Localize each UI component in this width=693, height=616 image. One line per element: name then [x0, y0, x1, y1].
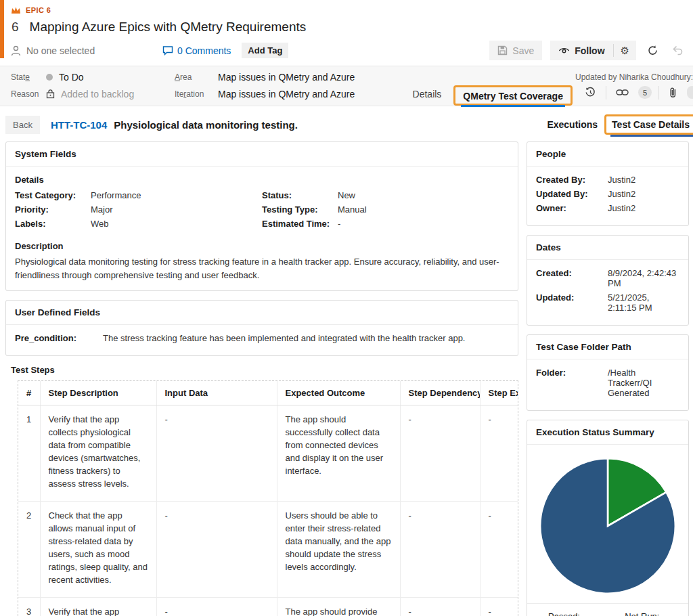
field-row: Priority:Major [15, 204, 262, 215]
test-steps-table-container: #Step DescriptionInput DataExpected Outc… [18, 380, 518, 616]
epic-color-bar [0, 0, 4, 58]
assignee-picker[interactable]: No one selected [11, 45, 153, 56]
test-step-row: 3Verify that the app processes and analy… [18, 598, 518, 616]
field-value: Justin2 [608, 175, 679, 185]
legend-label: Passed: 16.67% [548, 611, 601, 616]
comments-label: 0 Comments [177, 45, 231, 56]
field-label: Created: [536, 268, 608, 288]
column-header: # [18, 381, 40, 405]
back-button[interactable]: Back [5, 116, 40, 134]
undo-button[interactable] [669, 44, 686, 57]
udf-header: User Defined Fields [6, 301, 518, 325]
links-icon[interactable] [613, 87, 631, 97]
field-row: Updated By:Justin2 [536, 189, 679, 199]
user-defined-fields-panel: User Defined Fields Pre_condition: The s… [5, 300, 518, 356]
field-label: Updated: [536, 292, 608, 313]
gear-icon: ⚙ [621, 45, 629, 57]
refresh-button[interactable] [644, 43, 661, 58]
field-row: Owner:Justin2 [536, 203, 679, 213]
tab-details[interactable]: Details [403, 83, 451, 106]
field-value: Web [91, 219, 109, 229]
attachments-count-badge [687, 86, 693, 99]
field-row: Testing Type:Manual [262, 204, 509, 215]
comments-link[interactable]: 0 Comments [162, 45, 231, 56]
test-step-cell: The app should provide real-time stress … [277, 598, 400, 616]
execution-status-header: Execution Status Summary [527, 420, 688, 445]
field-row: Updated:5/21/2025, 2:11:15 PM [536, 292, 679, 313]
follow-label: Follow [575, 45, 604, 56]
field-value: Justin2 [608, 189, 679, 199]
pie-legend: Passed: 16.67%Not Run: 83.33% [527, 603, 688, 616]
column-header: Step Dependency [400, 381, 480, 405]
execution-pie [537, 456, 678, 596]
icon-divider [606, 86, 606, 100]
test-step-cell: - [400, 502, 480, 598]
test-step-cell: 1 [18, 405, 40, 502]
legend-label: Not Run: 83.33% [625, 611, 680, 616]
links-count-badge: 5 [638, 86, 652, 99]
field-value: Performance [91, 190, 141, 200]
icon-divider [658, 86, 659, 100]
field-value: 5/21/2025, 2:11:15 PM [608, 292, 679, 313]
save-button[interactable]: Save [489, 41, 542, 60]
iteration-value[interactable]: Map issues in QMetry and Azure [218, 89, 355, 100]
test-case-key[interactable]: HTT-TC-104 [51, 119, 107, 131]
tab-executions[interactable]: Executions [540, 116, 604, 133]
tab-test-case-details[interactable]: Test Case Details [612, 119, 690, 130]
field-label: Updated By: [536, 189, 608, 199]
column-header: Input Data [156, 381, 277, 405]
area-value[interactable]: Map issues in QMetry and Azure [218, 72, 355, 83]
field-label: Labels: [15, 219, 91, 229]
history-icon[interactable] [582, 85, 599, 100]
test-case-title: Physiological data monitoring testing. [114, 119, 298, 131]
folder-path-header: Test Case Folder Path [527, 335, 688, 359]
test-steps-table: #Step DescriptionInput DataExpected Outc… [18, 381, 518, 616]
attachments-icon[interactable] [666, 85, 680, 100]
field-label: Estimated Time: [262, 219, 338, 229]
qmetry-tab-annotation-box: QMetry Test Coverage [453, 85, 573, 106]
test-step-cell: - [480, 405, 518, 502]
tab-qmetry-test-coverage[interactable]: QMetry Test Coverage [461, 91, 565, 107]
test-step-row: 1Verify that the app collects physiologi… [18, 405, 518, 502]
save-label: Save [512, 45, 534, 56]
follow-settings-button[interactable]: ⚙ [614, 41, 636, 60]
field-value: The stress tracking feature has been imp… [103, 333, 465, 343]
description-subheader: Description [15, 241, 509, 251]
assignee-label: No one selected [26, 45, 95, 56]
meta-band: State To Do Area Map issues in QMetry an… [0, 66, 693, 106]
test-step-row: 2Check that the app allows manual input … [18, 502, 518, 598]
test-step-cell: - [156, 598, 277, 616]
test-case-header: Back HTT-TC-104 Physiological data monit… [0, 106, 693, 141]
test-step-cell: Verify that the app collects physiologic… [40, 405, 156, 502]
add-tag-button[interactable]: Add Tag [242, 43, 288, 58]
state-value[interactable]: To Do [46, 72, 175, 83]
field-row: Status:New [262, 190, 509, 200]
field-label: Folder: [536, 368, 608, 398]
follow-button[interactable]: Follow [550, 41, 612, 60]
field-value: Justin2 [608, 203, 679, 213]
test-step-cell: - [480, 502, 518, 598]
state-dot-icon [46, 74, 53, 81]
work-item-id: 6 [12, 20, 19, 35]
field-value: - [338, 219, 340, 229]
work-item-header: EPIC 6 6 Mapping Azure Epics with QMetry… [0, 0, 693, 66]
work-item-type-label: EPIC 6 [26, 6, 51, 14]
field-row: Estimated Time:- [262, 219, 509, 229]
test-step-cell: Verify that the app processes and analyz… [40, 598, 156, 616]
field-row: Created:8/9/2024, 2:42:43 PM [536, 268, 679, 288]
test-step-cell: - [156, 405, 277, 502]
field-row: Pre_condition: The stress tracking featu… [15, 333, 509, 343]
people-panel: People Created By:Justin2Updated By:Just… [527, 141, 689, 226]
test-case-details-annotation-box: Test Case Details [604, 114, 693, 135]
column-header: Expected Outcome [277, 381, 400, 405]
folder-path-panel: Test Case Folder Path Folder: /Health Tr… [527, 334, 689, 411]
work-item-title[interactable]: Mapping Azure Epics with QMetry Requirem… [30, 20, 307, 35]
test-steps-title: Test Steps [11, 365, 518, 375]
person-icon [11, 45, 21, 56]
test-step-cell: 3 [18, 598, 40, 616]
comment-bubble-icon [162, 45, 173, 56]
details-subheader: Details [15, 175, 509, 185]
iteration-label: Iteration [175, 89, 218, 99]
reason-value[interactable]: Added to backlog [46, 89, 175, 100]
table-header-row: #Step DescriptionInput DataExpected Outc… [18, 381, 518, 405]
